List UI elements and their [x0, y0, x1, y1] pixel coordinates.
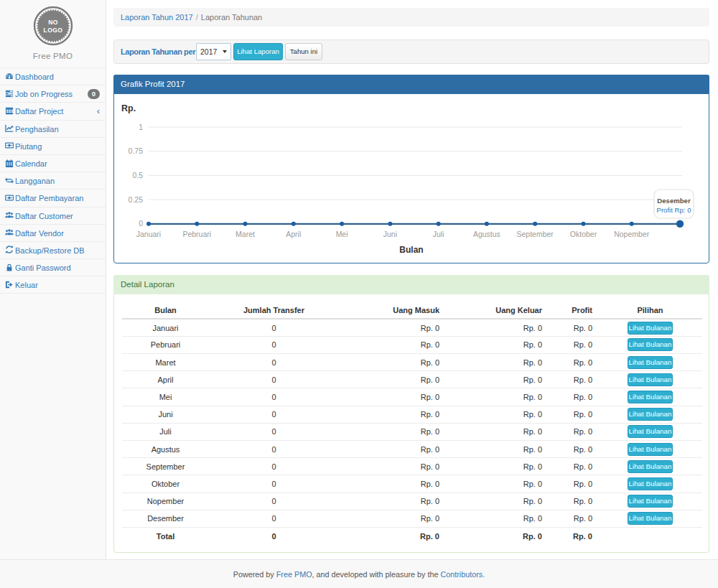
svg-text:Januari: Januari — [136, 230, 161, 238]
svg-text:Agustus: Agustus — [473, 230, 500, 238]
svg-text:Nopember: Nopember — [614, 230, 650, 238]
svg-text:0.5: 0.5 — [132, 171, 143, 179]
svg-text:0.25: 0.25 — [129, 195, 144, 204]
svg-text:0: 0 — [139, 219, 143, 228]
svg-text:September: September — [517, 230, 554, 238]
svg-text:Juni: Juni — [383, 230, 397, 238]
svg-text:Maret: Maret — [236, 230, 255, 238]
svg-text:Bulan: Bulan — [399, 245, 423, 255]
svg-text:Profit Rp: 0: Profit Rp: 0 — [657, 206, 691, 214]
svg-text:Mei: Mei — [336, 230, 348, 238]
svg-text:0.75: 0.75 — [129, 146, 144, 155]
svg-text:Desember: Desember — [657, 197, 691, 205]
svg-text:LOGO: LOGO — [43, 27, 62, 34]
svg-text:Rp.: Rp. — [121, 103, 136, 113]
svg-text:Oktober: Oktober — [570, 230, 597, 238]
svg-text:1: 1 — [139, 123, 143, 131]
svg-text:Juli: Juli — [433, 230, 444, 238]
svg-text:NO: NO — [48, 19, 58, 26]
svg-text:April: April — [286, 230, 301, 238]
svg-text:Pebruari: Pebruari — [182, 230, 211, 238]
